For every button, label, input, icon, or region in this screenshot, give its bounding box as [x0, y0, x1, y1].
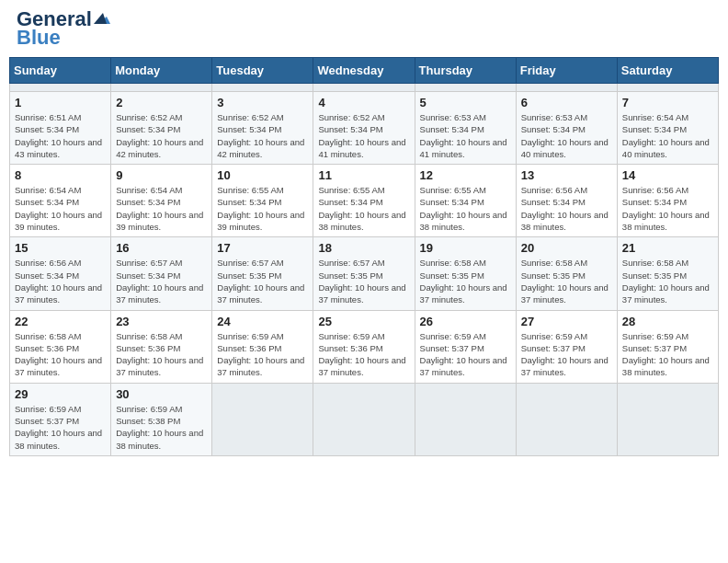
calendar-cell: 24Sunrise: 6:59 AMSunset: 5:36 PMDayligh…	[212, 310, 313, 383]
day-header-tuesday: Tuesday	[212, 58, 313, 84]
calendar-week-row: 29Sunrise: 6:59 AMSunset: 5:37 PMDayligh…	[10, 383, 719, 455]
day-info: Sunrise: 6:54 AMSunset: 5:34 PMDaylight:…	[622, 111, 713, 160]
day-info: Sunrise: 6:51 AMSunset: 5:34 PMDaylight:…	[15, 111, 106, 160]
day-number: 8	[15, 168, 106, 182]
day-header-friday: Friday	[516, 58, 617, 84]
day-header-thursday: Thursday	[415, 58, 516, 84]
day-info: Sunrise: 6:54 AMSunset: 5:34 PMDaylight:…	[116, 184, 207, 233]
calendar-cell: 15Sunrise: 6:56 AMSunset: 5:34 PMDayligh…	[10, 237, 111, 310]
calendar-cell	[617, 383, 718, 455]
day-info: Sunrise: 6:59 AMSunset: 5:37 PMDaylight:…	[15, 403, 106, 452]
day-info: Sunrise: 6:54 AMSunset: 5:34 PMDaylight:…	[15, 184, 106, 233]
calendar-cell: 16Sunrise: 6:57 AMSunset: 5:34 PMDayligh…	[111, 237, 212, 310]
calendar-cell: 8Sunrise: 6:54 AMSunset: 5:34 PMDaylight…	[10, 165, 111, 237]
day-number: 15	[15, 241, 106, 255]
day-number: 25	[318, 315, 409, 328]
calendar-cell: 30Sunrise: 6:59 AMSunset: 5:38 PMDayligh…	[111, 383, 212, 455]
day-info: Sunrise: 6:52 AMSunset: 5:34 PMDaylight:…	[116, 111, 207, 160]
day-info: Sunrise: 6:53 AMSunset: 5:34 PMDaylight:…	[521, 111, 612, 160]
day-info: Sunrise: 6:55 AMSunset: 5:34 PMDaylight:…	[217, 184, 308, 233]
day-info: Sunrise: 6:59 AMSunset: 5:37 PMDaylight:…	[622, 330, 713, 379]
day-number: 21	[622, 241, 713, 255]
day-info: Sunrise: 6:58 AMSunset: 5:35 PMDaylight:…	[622, 257, 713, 305]
calendar-cell	[212, 383, 313, 455]
day-info: Sunrise: 6:59 AMSunset: 5:36 PMDaylight:…	[217, 330, 308, 379]
day-number: 23	[116, 315, 207, 328]
calendar-week-row: 22Sunrise: 6:58 AMSunset: 5:36 PMDayligh…	[10, 310, 719, 383]
day-number: 20	[521, 241, 612, 255]
day-info: Sunrise: 6:58 AMSunset: 5:36 PMDaylight:…	[15, 330, 106, 379]
calendar-cell: 22Sunrise: 6:58 AMSunset: 5:36 PMDayligh…	[10, 310, 111, 383]
calendar-cell: 21Sunrise: 6:58 AMSunset: 5:35 PMDayligh…	[617, 237, 718, 310]
calendar-cell: 3Sunrise: 6:52 AMSunset: 5:34 PMDaylight…	[212, 92, 313, 165]
day-number: 26	[420, 315, 511, 328]
calendar-cell	[617, 84, 718, 92]
day-info: Sunrise: 6:53 AMSunset: 5:34 PMDaylight:…	[420, 111, 511, 160]
calendar-week-row: 15Sunrise: 6:56 AMSunset: 5:34 PMDayligh…	[10, 237, 719, 310]
day-info: Sunrise: 6:57 AMSunset: 5:35 PMDaylight:…	[217, 257, 308, 305]
calendar-cell: 18Sunrise: 6:57 AMSunset: 5:35 PMDayligh…	[313, 237, 415, 310]
header-row: SundayMondayTuesdayWednesdayThursdayFrid…	[10, 58, 719, 84]
calendar-cell: 10Sunrise: 6:55 AMSunset: 5:34 PMDayligh…	[212, 165, 313, 237]
calendar-cell: 4Sunrise: 6:52 AMSunset: 5:34 PMDaylight…	[313, 92, 415, 165]
calendar-cell: 27Sunrise: 6:59 AMSunset: 5:37 PMDayligh…	[516, 310, 617, 383]
day-number: 18	[318, 241, 409, 255]
day-number: 11	[318, 168, 409, 182]
calendar-cell: 20Sunrise: 6:58 AMSunset: 5:35 PMDayligh…	[516, 237, 617, 310]
calendar-cell	[10, 84, 111, 92]
day-info: Sunrise: 6:56 AMSunset: 5:34 PMDaylight:…	[15, 257, 106, 305]
day-info: Sunrise: 6:55 AMSunset: 5:34 PMDaylight:…	[318, 184, 409, 233]
day-number: 19	[420, 241, 511, 255]
logo-icon	[94, 9, 110, 26]
calendar-cell: 29Sunrise: 6:59 AMSunset: 5:37 PMDayligh…	[10, 383, 111, 455]
day-info: Sunrise: 6:59 AMSunset: 5:36 PMDaylight:…	[318, 330, 409, 379]
calendar-cell: 19Sunrise: 6:58 AMSunset: 5:35 PMDayligh…	[415, 237, 516, 310]
day-number: 28	[622, 315, 713, 328]
calendar-cell	[516, 84, 617, 92]
calendar-cell: 26Sunrise: 6:59 AMSunset: 5:37 PMDayligh…	[415, 310, 516, 383]
day-number: 30	[116, 387, 207, 401]
day-number: 17	[217, 241, 308, 255]
day-number: 3	[217, 96, 308, 109]
calendar-cell	[415, 383, 516, 455]
calendar-cell	[516, 383, 617, 455]
calendar-cell: 14Sunrise: 6:56 AMSunset: 5:34 PMDayligh…	[617, 165, 718, 237]
calendar-cell: 9Sunrise: 6:54 AMSunset: 5:34 PMDaylight…	[111, 165, 212, 237]
day-info: Sunrise: 6:56 AMSunset: 5:34 PMDaylight:…	[622, 184, 713, 233]
header: General Blue	[9, 9, 719, 50]
day-info: Sunrise: 6:57 AMSunset: 5:34 PMDaylight:…	[116, 257, 207, 305]
day-number: 7	[622, 96, 713, 109]
calendar-cell: 5Sunrise: 6:53 AMSunset: 5:34 PMDaylight…	[415, 92, 516, 165]
day-number: 14	[622, 168, 713, 182]
day-info: Sunrise: 6:59 AMSunset: 5:37 PMDaylight:…	[521, 330, 612, 379]
logo-blue: Blue	[17, 26, 61, 50]
day-header-sunday: Sunday	[10, 58, 111, 84]
day-number: 4	[318, 96, 409, 109]
day-number: 9	[116, 168, 207, 182]
calendar-week-row: 1Sunrise: 6:51 AMSunset: 5:34 PMDaylight…	[10, 92, 719, 165]
calendar-cell	[111, 84, 212, 92]
svg-marker-1	[94, 13, 107, 24]
day-info: Sunrise: 6:52 AMSunset: 5:34 PMDaylight:…	[318, 111, 409, 160]
day-number: 24	[217, 315, 308, 328]
calendar-cell: 6Sunrise: 6:53 AMSunset: 5:34 PMDaylight…	[516, 92, 617, 165]
day-info: Sunrise: 6:58 AMSunset: 5:36 PMDaylight:…	[116, 330, 207, 379]
calendar-cell: 28Sunrise: 6:59 AMSunset: 5:37 PMDayligh…	[617, 310, 718, 383]
day-header-wednesday: Wednesday	[313, 58, 415, 84]
calendar-cell: 17Sunrise: 6:57 AMSunset: 5:35 PMDayligh…	[212, 237, 313, 310]
day-info: Sunrise: 6:59 AMSunset: 5:38 PMDaylight:…	[116, 403, 207, 452]
logo: General Blue	[17, 9, 110, 50]
calendar-cell: 2Sunrise: 6:52 AMSunset: 5:34 PMDaylight…	[111, 92, 212, 165]
calendar-table: SundayMondayTuesdayWednesdayThursdayFrid…	[9, 57, 719, 456]
calendar-cell: 23Sunrise: 6:58 AMSunset: 5:36 PMDayligh…	[111, 310, 212, 383]
calendar-cell	[415, 84, 516, 92]
calendar-cell: 12Sunrise: 6:55 AMSunset: 5:34 PMDayligh…	[415, 165, 516, 237]
day-number: 22	[15, 315, 106, 328]
calendar-cell: 25Sunrise: 6:59 AMSunset: 5:36 PMDayligh…	[313, 310, 415, 383]
day-info: Sunrise: 6:55 AMSunset: 5:34 PMDaylight:…	[420, 184, 511, 233]
day-info: Sunrise: 6:58 AMSunset: 5:35 PMDaylight:…	[521, 257, 612, 305]
day-info: Sunrise: 6:58 AMSunset: 5:35 PMDaylight:…	[420, 257, 511, 305]
calendar-week-row: 8Sunrise: 6:54 AMSunset: 5:34 PMDaylight…	[10, 165, 719, 237]
day-number: 29	[15, 387, 106, 401]
day-number: 12	[420, 168, 511, 182]
